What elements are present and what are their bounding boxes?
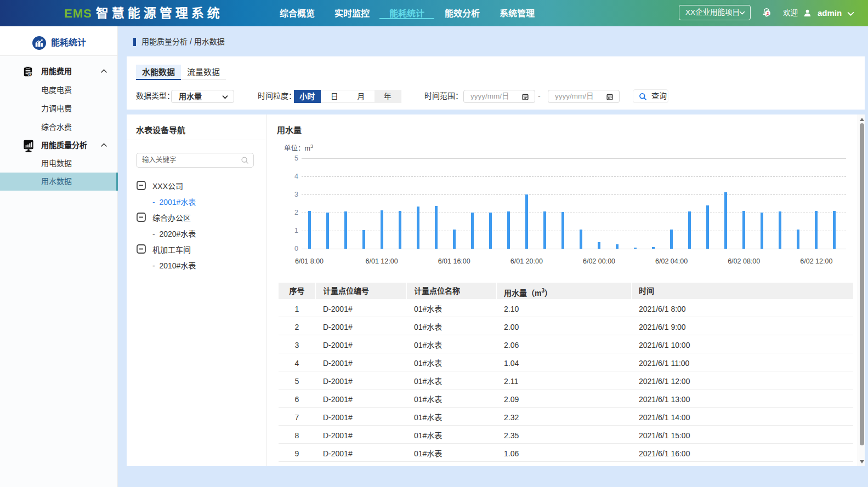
svg-text:¥: ¥ <box>29 72 31 76</box>
svg-text:2: 2 <box>767 11 769 16</box>
